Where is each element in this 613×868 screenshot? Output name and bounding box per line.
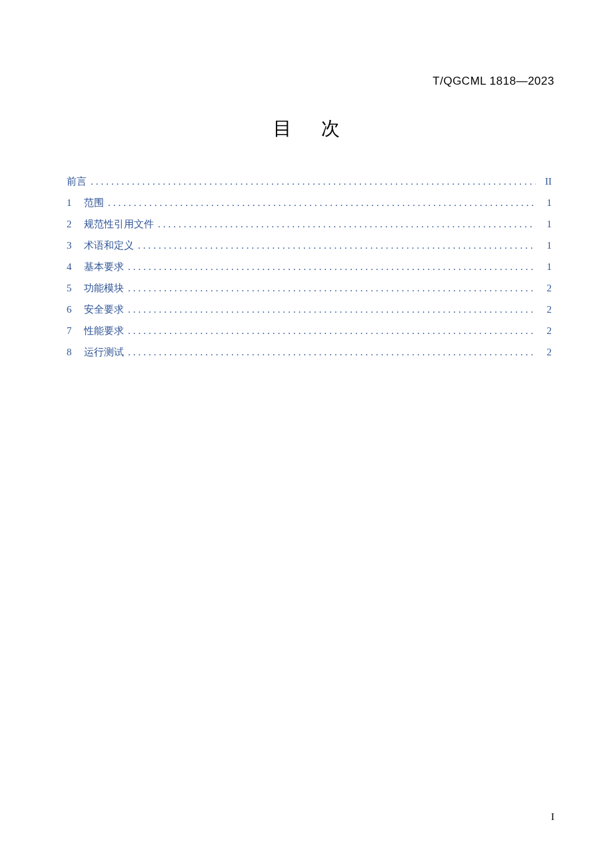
toc-leader-dots: ........................................… bbox=[108, 192, 536, 213]
toc-entry-page: 1 bbox=[540, 235, 552, 256]
toc-entry-number: 5 bbox=[67, 277, 77, 299]
toc-leader-dots: ........................................… bbox=[128, 299, 536, 320]
toc-entry-number: 3 bbox=[67, 235, 77, 256]
toc-leader-dots: ........................................… bbox=[128, 320, 536, 341]
toc-entry-page: 2 bbox=[540, 320, 552, 341]
toc-entry-label: 前言 bbox=[67, 171, 87, 192]
title-char-1: 目 bbox=[273, 118, 292, 139]
toc-entry[interactable]: 6 安全要求 .................................… bbox=[67, 299, 552, 320]
toc-entry-label: 规范性引用文件 bbox=[84, 213, 154, 235]
toc-entry-number: 4 bbox=[67, 256, 77, 277]
toc-entry-page: 2 bbox=[540, 299, 552, 320]
toc-entry-page: 1 bbox=[540, 256, 552, 277]
table-of-contents: 前言 .....................................… bbox=[67, 171, 552, 363]
toc-entry[interactable]: 1 范围 ...................................… bbox=[67, 192, 552, 213]
toc-entry-number: 7 bbox=[67, 320, 77, 341]
toc-entry-number: 6 bbox=[67, 299, 77, 320]
toc-leader-dots: ........................................… bbox=[128, 341, 536, 363]
toc-entry[interactable]: 前言 .....................................… bbox=[67, 171, 552, 192]
toc-entry[interactable]: 7 性能要求 .................................… bbox=[67, 320, 552, 341]
document-code: T/QGCML 1818—2023 bbox=[432, 75, 554, 88]
toc-entry-page: 1 bbox=[540, 213, 552, 235]
toc-leader-dots: ........................................… bbox=[128, 256, 536, 277]
toc-entry[interactable]: 5 功能模块 .................................… bbox=[67, 277, 552, 299]
toc-leader-dots: ........................................… bbox=[138, 235, 536, 256]
toc-leader-dots: ........................................… bbox=[128, 277, 536, 299]
title-char-2: 次 bbox=[321, 118, 340, 139]
toc-entry-label: 基本要求 bbox=[84, 256, 124, 277]
toc-entry-number: 1 bbox=[67, 192, 77, 213]
toc-entry[interactable]: 8 运行测试 .................................… bbox=[67, 341, 552, 363]
toc-entry[interactable]: 4 基本要求 .................................… bbox=[67, 256, 552, 277]
toc-entry-label: 功能模块 bbox=[84, 277, 124, 299]
toc-entry-number: 8 bbox=[67, 341, 77, 363]
toc-entry[interactable]: 3 术语和定义 ................................… bbox=[67, 235, 552, 256]
toc-entry-page: II bbox=[540, 171, 552, 192]
page-number: I bbox=[551, 811, 554, 823]
toc-entry-page: 2 bbox=[540, 341, 552, 363]
toc-title: 目次 bbox=[0, 116, 613, 141]
toc-entry-label: 运行测试 bbox=[84, 341, 124, 363]
toc-entry-page: 1 bbox=[540, 192, 552, 213]
toc-entry-label: 安全要求 bbox=[84, 299, 124, 320]
toc-entry-label: 范围 bbox=[84, 192, 104, 213]
toc-leader-dots: ........................................… bbox=[91, 171, 536, 192]
toc-entry-page: 2 bbox=[540, 277, 552, 299]
toc-entry-number: 2 bbox=[67, 213, 77, 235]
toc-leader-dots: ........................................… bbox=[158, 213, 536, 235]
toc-entry-label: 性能要求 bbox=[84, 320, 124, 341]
toc-entry-label: 术语和定义 bbox=[84, 235, 134, 256]
toc-entry[interactable]: 2 规范性引用文件 ..............................… bbox=[67, 213, 552, 235]
